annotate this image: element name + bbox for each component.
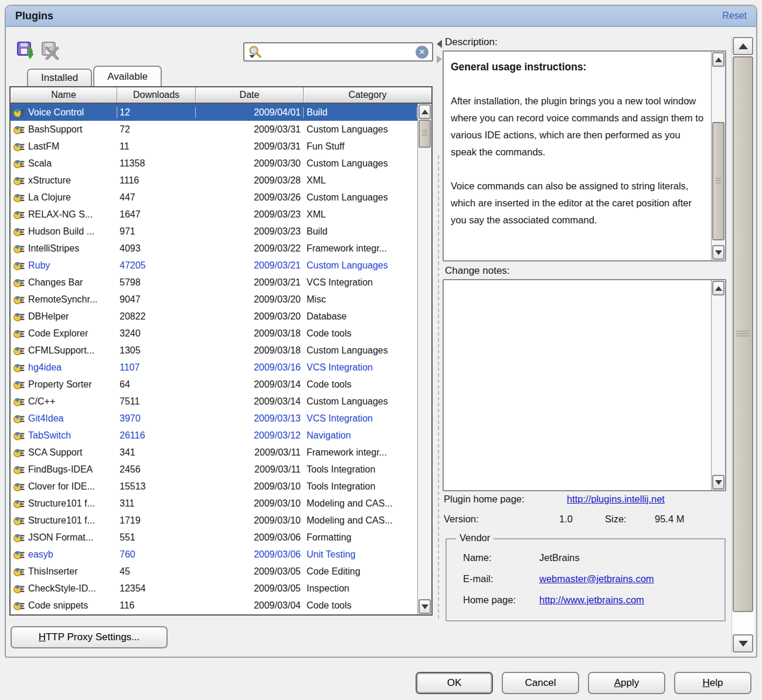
- table-row[interactable]: Code Explorer 3240 2009/03/18 Code tools: [11, 325, 417, 342]
- table-row[interactable]: Voice Control 12 2009/04/01 Build: [11, 104, 417, 121]
- plugin-category: Database: [304, 311, 417, 322]
- help-button[interactable]: Help: [674, 672, 751, 694]
- table-row[interactable]: TabSwitch 26116 2009/03/12 Navigation: [11, 427, 417, 444]
- table-row[interactable]: RemoteSynchr... 9047 2009/03/20 Misc: [11, 291, 417, 308]
- scroll-thumb[interactable]: [733, 56, 753, 612]
- table-row[interactable]: hg4idea 1107 2009/03/16 VCS Integration: [11, 359, 417, 376]
- collapse-left-icon[interactable]: [437, 40, 442, 48]
- scroll-up-button[interactable]: [712, 281, 724, 295]
- plugin-icon: [13, 243, 25, 254]
- table-header: Name Downloads Date Category: [11, 87, 431, 104]
- plugin-category: Build: [304, 226, 417, 237]
- scroll-down-button[interactable]: [733, 634, 753, 653]
- table-row[interactable]: La Clojure 447 2009/03/26 Custom Languag…: [11, 189, 417, 206]
- plugin-icon: [13, 328, 25, 339]
- plugin-name: CFMLSupport...: [28, 345, 94, 356]
- plugin-category: Code tools: [304, 379, 417, 390]
- table-row[interactable]: CheckStyle-ID... 12354 2009/03/05 Inspec…: [11, 580, 417, 597]
- table-row[interactable]: Property Sorter 64 2009/03/14 Code tools: [11, 376, 417, 393]
- table-row[interactable]: IntelliStripes 4093 2009/03/22 Framework…: [11, 240, 417, 257]
- table-row[interactable]: Structure101 f... 311 2009/03/10 Modelin…: [11, 495, 417, 512]
- plugin-name: BashSupport: [28, 124, 83, 135]
- plugin-downloads: 447: [117, 192, 196, 203]
- scroll-down-button[interactable]: [712, 475, 724, 490]
- dialog-scrollbar[interactable]: [732, 36, 754, 653]
- search-icon[interactable]: [248, 45, 263, 60]
- scroll-up-button[interactable]: [712, 52, 724, 67]
- table-row[interactable]: Hudson Build ... 971 2009/03/23 Build: [11, 223, 417, 240]
- dialog-header: Plugins Reset: [6, 6, 756, 27]
- table-row[interactable]: Changes Bar 5798 2009/03/21 VCS Integrat…: [11, 274, 417, 291]
- column-header-name[interactable]: Name: [11, 87, 117, 103]
- plugin-home-link[interactable]: http://plugins.intellij.net: [567, 494, 665, 505]
- plugin-name: Voice Control: [28, 107, 84, 118]
- collapse-right-icon[interactable]: [437, 55, 442, 63]
- table-row[interactable]: Clover for IDE... 15513 2009/03/10 Tools…: [11, 478, 417, 495]
- table-row[interactable]: CFMLSupport... 1305 2009/03/18 Custom La…: [11, 342, 417, 359]
- plugin-name: hg4idea: [28, 362, 62, 373]
- change-notes-scrollbar[interactable]: [711, 280, 725, 490]
- scroll-thumb[interactable]: [419, 120, 431, 148]
- scroll-down-button[interactable]: [712, 245, 724, 260]
- plugin-name: LastFM: [28, 141, 59, 152]
- table-row[interactable]: LastFM 11 2009/03/31 Fun Stuff: [11, 138, 417, 155]
- search-input[interactable]: [263, 47, 416, 57]
- vendor-name-label: Name:: [463, 552, 492, 563]
- plugin-date: 2009/03/22: [196, 243, 304, 254]
- plugin-date: 2009/03/30: [196, 158, 304, 169]
- column-header-date[interactable]: Date: [196, 87, 304, 103]
- clear-search-icon[interactable]: ✕: [416, 46, 428, 59]
- table-row[interactable]: Structure101 f... 1719 2009/03/10 Modeli…: [11, 512, 417, 529]
- table-row[interactable]: DBHelper 20822 2009/03/20 Database: [11, 308, 417, 325]
- table-row[interactable]: ThisInserter 45 2009/03/05 Code Editing: [11, 563, 417, 580]
- install-plugin-from-disk-icon[interactable]: [16, 41, 35, 60]
- table-row[interactable]: xStructure 1116 2009/03/28 XML: [11, 172, 417, 189]
- column-header-category[interactable]: Category: [304, 87, 431, 103]
- scroll-up-button[interactable]: [419, 104, 431, 119]
- plugin-toolbar: [16, 41, 60, 60]
- tab-available[interactable]: Available: [93, 66, 162, 86]
- vendor-email-label: E-mail:: [463, 573, 493, 584]
- plugin-date: 2009/03/10: [196, 515, 304, 526]
- plugin-icon: [13, 294, 25, 305]
- table-scrollbar[interactable]: [417, 104, 431, 614]
- plugin-downloads: 760: [117, 549, 196, 560]
- apply-button[interactable]: Apply: [588, 672, 665, 694]
- plugin-date: 2009/03/20: [196, 294, 304, 305]
- vendor-homepage-link[interactable]: http://www.jetbrains.com: [539, 594, 644, 606]
- table-row[interactable]: Code snippets 116 2009/03/04 Code tools: [11, 597, 417, 614]
- description-scrollbar[interactable]: [711, 52, 725, 260]
- plugin-downloads: 1116: [117, 175, 196, 186]
- plugin-category: Custom Languages: [304, 158, 417, 169]
- table-row[interactable]: Ruby 47205 2009/03/21 Custom Languages: [11, 257, 417, 274]
- column-header-downloads[interactable]: Downloads: [117, 87, 196, 103]
- table-row[interactable]: BashSupport 72 2009/03/31 Custom Languag…: [11, 121, 417, 138]
- table-row[interactable]: JSON Format... 551 2009/03/06 Formatting: [11, 529, 417, 546]
- scroll-up-button[interactable]: [733, 37, 753, 55]
- table-row[interactable]: SCA Support 341 2009/03/11 Framework int…: [11, 444, 417, 461]
- reset-link[interactable]: Reset: [722, 11, 747, 21]
- tab-installed[interactable]: Installed: [27, 69, 92, 86]
- table-row[interactable]: FindBugs-IDEA 2456 2009/03/11 Tools Inte…: [11, 461, 417, 478]
- plugin-icon: [13, 345, 25, 356]
- plugin-downloads: 12354: [117, 583, 196, 594]
- table-row[interactable]: easyb 760 2009/03/06 Unit Testing: [11, 546, 417, 563]
- table-row[interactable]: Scala 11358 2009/03/30 Custom Languages: [11, 155, 417, 172]
- plugin-name: Git4Idea: [28, 413, 63, 424]
- vendor-email-link[interactable]: webmaster@jetbrains.com: [539, 573, 654, 585]
- plugin-category: Code tools: [304, 328, 417, 339]
- ok-button[interactable]: OK: [416, 672, 493, 694]
- table-row[interactable]: C/C++ 7511 2009/03/14 Custom Languages: [11, 393, 417, 410]
- scroll-thumb[interactable]: [712, 122, 724, 240]
- http-proxy-settings-button[interactable]: HTTP Proxy Settings...: [11, 626, 168, 648]
- plugin-downloads: 1647: [117, 209, 196, 220]
- cancel-button[interactable]: Cancel: [502, 672, 579, 694]
- plugin-name: Clover for IDE...: [28, 481, 95, 492]
- panel-splitter[interactable]: [438, 155, 439, 619]
- plugin-category: VCS Integration: [304, 362, 417, 373]
- plugin-date: 2009/03/28: [196, 175, 304, 186]
- table-row[interactable]: RELAX-NG S... 1647 2009/03/23 XML: [11, 206, 417, 223]
- plugin-icon: [13, 260, 25, 271]
- table-row[interactable]: Git4Idea 3970 2009/03/13 VCS Integration: [11, 410, 417, 427]
- scroll-down-button[interactable]: [419, 599, 431, 614]
